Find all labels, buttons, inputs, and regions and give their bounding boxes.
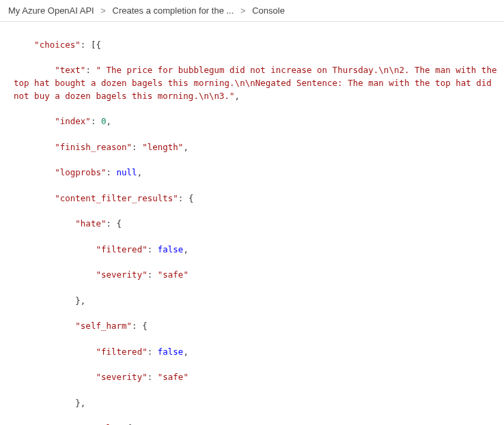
- json-number-value: 0: [101, 116, 107, 126]
- breadcrumb-item-operation[interactable]: Creates a completion for the ...: [113, 5, 234, 16]
- chevron-right-icon: >: [240, 5, 246, 16]
- json-key: "hate": [75, 218, 106, 229]
- json-key: "finish_reason": [55, 142, 132, 152]
- json-bool-value: false: [158, 244, 184, 254]
- json-string-value: "safe": [158, 372, 188, 382]
- json-bool-value: false: [158, 347, 184, 357]
- json-string-value: "length": [142, 142, 183, 152]
- json-response-output: "choices": [{ "text": " The price for bu…: [0, 22, 504, 425]
- chevron-right-icon: >: [100, 5, 106, 16]
- json-string-value: "safe": [158, 269, 188, 280]
- breadcrumb-item-api[interactable]: My Azure OpenAI API: [8, 5, 94, 16]
- json-key: "text": [55, 65, 85, 75]
- json-key: "self_harm": [75, 321, 132, 331]
- json-null-value: null: [117, 167, 137, 177]
- json-key: "filtered": [96, 244, 147, 254]
- breadcrumb-item-console[interactable]: Console: [252, 5, 285, 16]
- json-key: "logprobs": [55, 167, 106, 177]
- json-key: "severity": [96, 372, 147, 382]
- json-key: "content_filter_results": [55, 193, 178, 203]
- json-key: "filtered": [96, 347, 147, 357]
- json-key: "severity": [96, 269, 147, 280]
- json-key: "index": [55, 116, 91, 126]
- breadcrumb: My Azure OpenAI API > Creates a completi…: [0, 0, 504, 22]
- json-key: "choices": [34, 40, 81, 50]
